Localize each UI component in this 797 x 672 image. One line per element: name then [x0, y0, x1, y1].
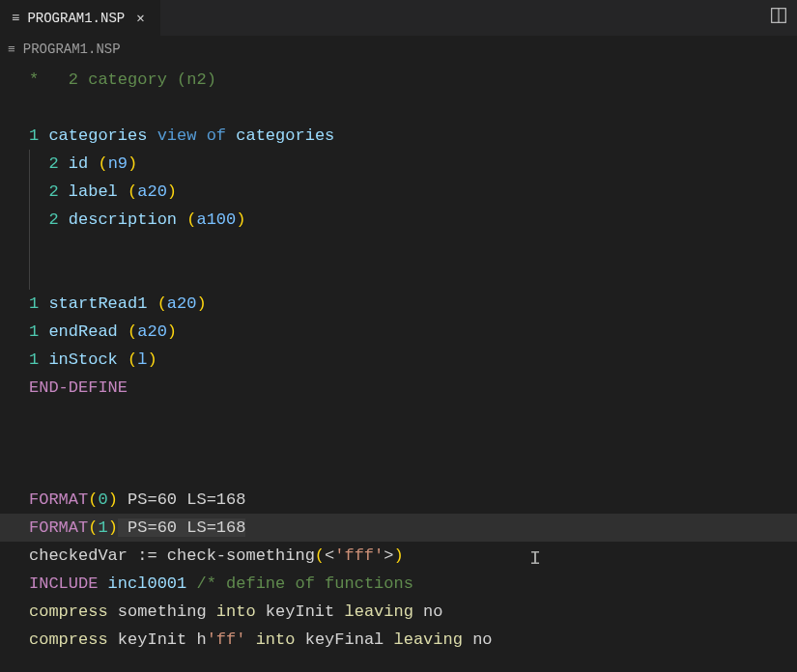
token: ): [167, 322, 177, 341]
token: categories: [48, 126, 147, 145]
token: incl0001: [98, 574, 196, 593]
token: a20: [137, 322, 167, 341]
token: ): [128, 154, 137, 173]
token: PS=60 LS=168: [118, 518, 246, 537]
code-line[interactable]: 1 categories view of categories: [0, 122, 797, 150]
token: n9: [108, 154, 128, 173]
blank-line[interactable]: [0, 402, 797, 430]
code-line[interactable]: 1 endRead (a20): [0, 318, 797, 346]
token: <: [325, 546, 334, 565]
blank-line[interactable]: [0, 430, 797, 458]
token: a100: [196, 210, 236, 229]
file-icon: ≡: [12, 11, 19, 26]
token: 1: [29, 322, 39, 341]
code-line[interactable]: compress something into keyInit leaving …: [0, 598, 797, 626]
token: keyInit: [256, 602, 345, 621]
token: endRead: [48, 322, 117, 341]
token: 1: [29, 294, 39, 313]
token: (: [186, 210, 196, 229]
token: ): [147, 350, 157, 369]
tab-filename: PROGRAM1.NSP: [27, 11, 125, 26]
token: no: [413, 602, 443, 621]
token: END-DEFINE: [29, 378, 128, 397]
code-line[interactable]: checkedVar := check-something(<'fff'>)I: [0, 542, 797, 570]
token: 2: [48, 154, 58, 173]
blank-line[interactable]: [0, 262, 797, 290]
token: [245, 630, 255, 649]
token: INCLUDE: [29, 574, 98, 593]
blank-line[interactable]: [0, 458, 797, 486]
token: (n2): [177, 70, 216, 89]
token: into: [216, 602, 256, 621]
token: compress: [29, 602, 108, 621]
token: category: [88, 70, 167, 89]
token: compress: [29, 630, 108, 649]
token: [39, 70, 69, 89]
close-icon[interactable]: ✕: [132, 8, 148, 28]
token: no: [463, 630, 493, 649]
code-line[interactable]: 2 label (a20): [0, 178, 797, 206]
token: FORMAT: [29, 518, 88, 537]
token: (: [157, 294, 167, 313]
token: 1: [98, 518, 107, 537]
token: (: [128, 322, 137, 341]
token: l: [137, 350, 147, 369]
token: 2: [69, 70, 78, 89]
token: /* define of functions: [196, 574, 413, 593]
token: label: [69, 182, 118, 201]
token: ): [108, 518, 118, 537]
code-line[interactable]: 2 description (a100): [0, 206, 797, 234]
token-comment: *: [29, 70, 39, 89]
token: startRead1: [48, 294, 147, 313]
code-line[interactable]: 2 id (n9): [0, 150, 797, 178]
token: 0: [98, 490, 107, 509]
token: (: [315, 546, 325, 565]
code-line[interactable]: compress keyInit h'ff' into keyFinal lea…: [0, 626, 797, 654]
token: something: [108, 602, 216, 621]
token: inStock: [48, 350, 117, 369]
token: [78, 70, 88, 89]
code-editor[interactable]: * 2 category (n2) 1 categories view of c…: [0, 62, 797, 658]
blank-line[interactable]: [0, 234, 797, 262]
tab-bar: ≡ PROGRAM1.NSP ✕: [0, 0, 797, 37]
blank-line[interactable]: [0, 94, 797, 122]
file-icon: ≡: [8, 42, 15, 57]
token: 1: [29, 126, 39, 145]
code-line[interactable]: * 2 category (n2): [0, 66, 797, 94]
token: (: [88, 490, 98, 509]
code-line[interactable]: INCLUDE incl0001 /* define of functions: [0, 570, 797, 598]
token: keyInit h: [108, 630, 207, 649]
token: ): [167, 182, 177, 201]
token: >: [384, 546, 393, 565]
token: (: [128, 350, 137, 369]
token: id: [69, 154, 88, 173]
editor-actions: [770, 0, 797, 36]
token: (: [128, 182, 137, 201]
code-line[interactable]: END-DEFINE: [0, 374, 797, 402]
token: description: [69, 210, 177, 229]
text-cursor-icon: I: [529, 545, 541, 573]
token: 2: [48, 210, 58, 229]
code-line-active[interactable]: FORMAT(1) PS=60 LS=168: [0, 514, 797, 542]
token: 'fff': [334, 546, 384, 565]
code-line[interactable]: 1 inStock (l): [0, 346, 797, 374]
token: leaving: [394, 630, 463, 649]
token: 'ff': [207, 630, 246, 649]
code-line[interactable]: 1 startRead1 (a20): [0, 290, 797, 318]
token: a20: [167, 294, 197, 313]
token: a20: [137, 182, 167, 201]
token: 2: [48, 182, 58, 201]
token: (: [98, 154, 107, 173]
token: leaving: [344, 602, 413, 621]
token: FORMAT: [29, 490, 88, 509]
token: into: [256, 630, 296, 649]
code-line[interactable]: FORMAT(0) PS=60 LS=168: [0, 486, 797, 514]
token: ): [236, 210, 245, 229]
token: 1: [29, 350, 39, 369]
split-editor-icon[interactable]: [770, 7, 787, 29]
editor-tab[interactable]: ≡ PROGRAM1.NSP ✕: [0, 0, 160, 36]
token: [167, 70, 177, 89]
token: categories: [236, 126, 334, 145]
breadcrumb[interactable]: ≡ PROGRAM1.NSP: [0, 37, 797, 62]
token: keyFinal: [295, 630, 393, 649]
